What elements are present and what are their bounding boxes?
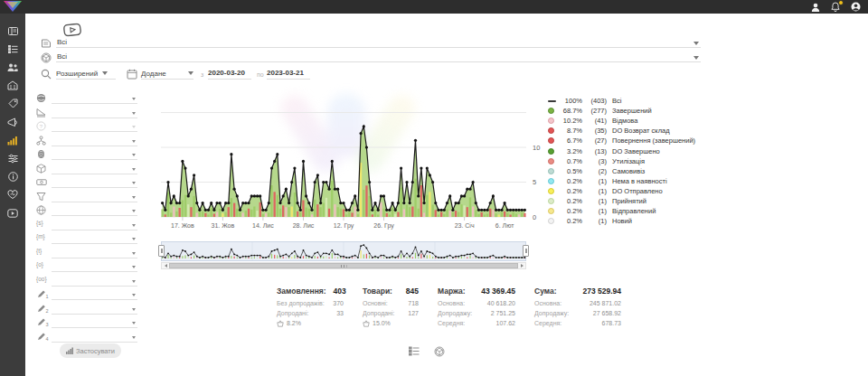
filter-value-input[interactable] [52, 215, 137, 216]
filter-value-input[interactable] [52, 258, 137, 258]
filter-caret-icon[interactable] [132, 98, 136, 100]
filter-caret-icon[interactable] [132, 238, 136, 240]
var-o-icon: {o} [36, 261, 47, 272]
filter-value-input[interactable] [52, 327, 137, 328]
filter-caret-icon[interactable] [132, 140, 136, 143]
legend-dot-swatch [548, 218, 554, 224]
filter-row-banknote [34, 177, 141, 191]
pencil-1-icon: 1 [36, 289, 47, 300]
legend-item[interactable]: 6.7%(27)Повернення (завершений) [548, 136, 695, 146]
filter-caret-icon[interactable] [132, 280, 136, 283]
summary-sub-label: Основна: [534, 300, 561, 306]
notifications-bell-icon[interactable] [830, 2, 841, 13]
filter-value-input[interactable] [52, 299, 137, 300]
filter-value-input[interactable] [52, 146, 137, 146]
filter-caret-icon[interactable] [132, 224, 136, 227]
legend-item[interactable]: 0.2%(1)Новий [548, 216, 695, 226]
chart-scrollbar[interactable] [161, 262, 526, 269]
filter-value-input[interactable] [52, 118, 137, 118]
summary-sub-value: 2 751.25 [491, 310, 515, 316]
filter-value-input[interactable] [52, 202, 137, 202]
filter-caret-icon[interactable] [132, 266, 136, 268]
filter-caret-icon[interactable] [132, 168, 136, 171]
filter-value-input[interactable] [52, 314, 137, 315]
filter-caret-icon[interactable] [132, 112, 136, 115]
sidebar-item-clients[interactable] [0, 58, 25, 76]
sidebar-item-info[interactable] [0, 168, 25, 186]
orders-chart[interactable]: 0510 [161, 93, 553, 229]
filter-value-input[interactable] [52, 131, 137, 132]
scrollbar-right-arrow-icon[interactable] [518, 263, 525, 268]
product-filter-input[interactable] [56, 51, 701, 62]
filter-value-input[interactable] [52, 187, 137, 188]
filter-value-input[interactable] [52, 159, 137, 160]
legend-dot-swatch [548, 168, 554, 174]
sidebar-item-marketing-megaphone[interactable] [0, 113, 25, 131]
legend-item[interactable]: 0.2%(1)Прийнятий [548, 196, 695, 206]
legend-label: Нема в наявності [612, 177, 667, 185]
filter-caret-icon[interactable] [132, 154, 136, 156]
sidebar-item-sales-tag[interactable] [0, 95, 25, 113]
date-from-value[interactable]: 2020-03-20 [208, 69, 251, 80]
apply-button[interactable]: Застосувати [60, 343, 121, 358]
sphere-icon [36, 93, 47, 104]
topbar-actions [810, 1, 861, 13]
status-filter-input[interactable] [56, 36, 701, 48]
sidebar-item-warehouse[interactable] [0, 77, 25, 95]
filter-value-input[interactable] [52, 174, 137, 174]
legend-item[interactable]: 0.7%(3)Утилізація [548, 156, 695, 166]
user-icon[interactable] [810, 2, 821, 13]
filter-caret-icon[interactable] [132, 252, 136, 255]
filter-caret-icon[interactable] [132, 308, 136, 311]
legend-item[interactable]: 0.2%(1)Відправлений [548, 206, 695, 216]
legend-item[interactable]: 10.2%(41)Відмова [548, 116, 695, 126]
app-logo-icon[interactable] [3, 1, 23, 13]
scrollbar-thumb[interactable] [169, 263, 518, 268]
filter-caret-icon[interactable] [132, 126, 136, 128]
filter-value-input[interactable] [52, 243, 137, 244]
navigator-right-handle[interactable] [523, 245, 529, 257]
summary-value: 845 [406, 287, 419, 298]
sidebar-item-video-tutorials[interactable] [0, 204, 25, 222]
sidebar-item-support-hand[interactable] [0, 186, 25, 204]
chart-navigator[interactable] [161, 241, 526, 261]
orders-list-icon[interactable] [409, 346, 420, 357]
scrollbar-left-arrow-icon[interactable] [162, 263, 169, 268]
legend-item[interactable]: 8.7%(35)DO Возврат склад [548, 126, 695, 136]
filter-caret-icon[interactable] [132, 336, 136, 339]
account-icon[interactable] [850, 2, 861, 13]
filter-value-input[interactable] [52, 271, 137, 272]
apply-chart-icon [66, 347, 73, 354]
sidebar-item-settings-sliders[interactable] [0, 149, 25, 167]
pencil-2-icon: 2 [36, 304, 47, 315]
legend-item[interactable]: 100%(403)Всі [548, 96, 695, 106]
legend-item[interactable]: 68.7%(277)Завершений [548, 106, 695, 116]
filter-caret-icon[interactable] [132, 322, 136, 324]
filter-value-input[interactable] [52, 286, 137, 287]
filter-value-input[interactable] [52, 103, 137, 104]
var-oo-icon: {oо} [36, 276, 47, 287]
date-field-select[interactable]: Додане [141, 68, 193, 80]
legend-item[interactable]: 0.2%(1)DO Отправлено [548, 186, 695, 196]
sidebar-item-analytics-chart[interactable] [0, 131, 25, 149]
status-filter-caret-icon[interactable] [693, 42, 699, 45]
navigator-left-handle[interactable] [158, 245, 165, 257]
legend-item[interactable]: 0.2%(1)Нема в наявності [548, 176, 695, 186]
filter-caret-icon[interactable] [132, 294, 136, 296]
filter-value-input[interactable] [52, 342, 137, 343]
product-filter-caret-icon[interactable] [693, 56, 699, 60]
filter-caret-icon[interactable] [132, 210, 136, 212]
sidebar-item-dashboard[interactable] [0, 22, 25, 40]
banknote-icon [36, 177, 47, 188]
legend-item[interactable]: 3.2%(13)DO Завершено [548, 146, 695, 155]
legend-item[interactable]: 0.5%(2)Самовивіз [548, 166, 695, 176]
date-to-value[interactable]: 2023-03-21 [267, 69, 310, 80]
filter-caret-icon[interactable] [132, 196, 136, 199]
sidebar-item-orders-list[interactable] [0, 40, 25, 58]
filter-caret-icon[interactable] [132, 182, 136, 184]
video-help-icon[interactable] [62, 23, 81, 37]
products-cube-icon[interactable] [434, 346, 445, 357]
search-mode-select[interactable]: Розширений [56, 68, 116, 80]
summary-sub-label: Середня: [438, 320, 465, 326]
filter-value-input[interactable] [52, 230, 137, 230]
